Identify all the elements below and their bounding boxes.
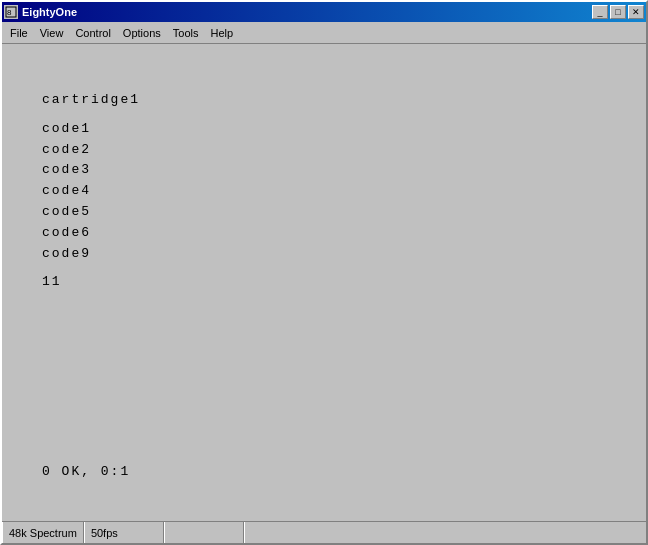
minimize-button[interactable]: _ <box>592 5 608 19</box>
screen-line-code2: code2 <box>42 140 606 161</box>
screen-area: cartridge1 code1 code2 code3 code4 code5… <box>12 54 636 511</box>
screen-line-code1: code1 <box>42 119 606 140</box>
window-title: EightyOne <box>22 6 77 18</box>
screen-line-11: 11 <box>42 272 606 293</box>
title-buttons: _ □ ✕ <box>592 5 644 19</box>
screen-line-code4: code4 <box>42 181 606 202</box>
main-window: 8 EightyOne _ □ ✕ File View Control Opti… <box>0 0 648 545</box>
status-empty1 <box>164 522 244 543</box>
screen-line-cartridge: cartridge1 <box>42 90 606 111</box>
menu-control[interactable]: Control <box>69 25 116 41</box>
app-icon: 8 <box>4 5 18 19</box>
menu-view[interactable]: View <box>34 25 70 41</box>
close-button[interactable]: ✕ <box>628 5 644 19</box>
status-empty2 <box>244 522 646 543</box>
screen-line-status: 0 OK, 0:1 <box>42 462 606 483</box>
svg-text:8: 8 <box>7 8 12 17</box>
menu-tools[interactable]: Tools <box>167 25 205 41</box>
menu-file[interactable]: File <box>4 25 34 41</box>
menu-options[interactable]: Options <box>117 25 167 41</box>
status-bar: 48k Spectrum 50fps <box>2 521 646 543</box>
screen-line-code5: code5 <box>42 202 606 223</box>
status-spectrum: 48k Spectrum <box>2 522 84 543</box>
screen-line-code6: code6 <box>42 223 606 244</box>
status-fps: 50fps <box>84 522 164 543</box>
maximize-button[interactable]: □ <box>610 5 626 19</box>
menu-bar: File View Control Options Tools Help <box>2 22 646 44</box>
title-bar-left: 8 EightyOne <box>4 5 77 19</box>
title-bar: 8 EightyOne _ □ ✕ <box>2 2 646 22</box>
screen-line-code9: code9 <box>42 244 606 265</box>
screen-line-code3: code3 <box>42 160 606 181</box>
menu-help[interactable]: Help <box>204 25 239 41</box>
main-content: cartridge1 code1 code2 code3 code4 code5… <box>2 44 646 521</box>
